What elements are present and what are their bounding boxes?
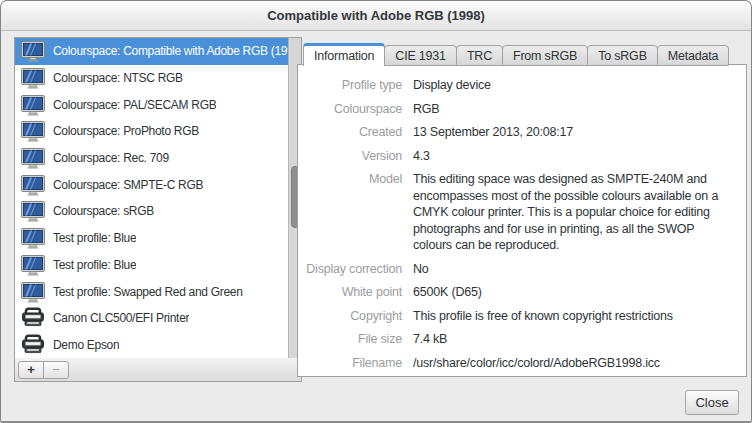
profile-list-item[interactable]: Colourspace: PAL/SECAM RGB [15,91,288,118]
profile-list-item-label: Colourspace: Rec. 709 [53,151,169,165]
monitor-icon [20,254,46,276]
info-row: White point 6500K (D65) [298,284,738,301]
info-label: File size [298,331,402,348]
monitor-icon [20,120,46,142]
info-value: 6500K (D65) [413,284,733,301]
tab-bar: Information CIE 1931 TRC From sRGB To sR… [303,43,728,66]
tab-label: To sRGB [598,49,647,63]
profile-list-item-label: Colourspace: PAL/SECAM RGB [53,98,216,112]
profile-list-item-label: Colourspace: ProPhoto RGB [53,124,199,138]
tab-trc[interactable]: TRC [456,45,503,66]
profile-list-item-label: Colourspace: SMPTE-C RGB [53,178,203,192]
info-row: File size 7.4 kB [298,331,738,348]
information-rows: Profile type Display device Colourspace … [298,77,738,371]
profile-viewer-window: Compatible with Adobe RGB (1998) Colours… [0,0,752,423]
info-label: Filename [298,355,402,372]
profile-list-item[interactable]: Colourspace: ProPhoto RGB [15,118,288,145]
info-label: Version [298,148,402,165]
profile-list: Colourspace: Compatible with Adobe RGB (… [14,37,302,359]
profile-list-item[interactable]: Colourspace: Compatible with Adobe RGB (… [15,38,288,65]
info-label: Model [298,171,402,254]
titlebar[interactable]: Compatible with Adobe RGB (1998) [1,1,751,31]
info-value: RGB [413,101,733,118]
info-value: /usr/share/color/icc/colord/AdobeRGB1998… [413,355,733,372]
monitor-icon [20,200,46,222]
window-title: Compatible with Adobe RGB (1998) [1,1,751,31]
list-toolbar: + − [14,358,302,382]
tab-label: Information [314,49,374,63]
info-row: Created 13 September 2013, 20:08:17 [298,124,738,141]
monitor-icon [20,227,46,249]
tab-metadata[interactable]: Metadata [657,45,730,66]
info-value: This editing space was designed as SMPTE… [413,171,733,254]
tab-from-srgb[interactable]: From sRGB [502,45,588,66]
profile-list-item[interactable]: Colourspace: SMPTE-C RGB [15,171,288,198]
profile-list-item[interactable]: Demo Epson [15,332,288,358]
profile-list-item-label: Colourspace: sRGB [53,204,154,218]
profile-list-item-label: Colourspace: Compatible with Adobe RGB (… [53,44,288,58]
profile-list-item[interactable]: Colourspace: sRGB [15,198,288,225]
add-profile-button[interactable]: + [18,361,44,379]
profile-list-item[interactable]: Colourspace: Rec. 709 [15,145,288,172]
monitor-icon [20,174,46,196]
profile-list-item[interactable]: Colourspace: NTSC RGB [15,65,288,92]
info-label: Created [298,124,402,141]
profile-list-item-label: Test profile: Swapped Red and Green [53,285,243,299]
close-button[interactable]: Close [685,390,739,415]
info-label: White point [298,284,402,301]
remove-profile-button[interactable]: − [43,361,69,379]
tab-label: TRC [467,49,492,63]
info-row: Copyright This profile is free of known … [298,308,738,325]
info-row: Profile type Display device [298,77,738,94]
info-row: Display correction No [298,261,738,278]
tab-information[interactable]: Information [303,43,385,66]
profile-list-item-label: Canon CLC500/EFI Printer [53,311,189,325]
info-label: Copyright [298,308,402,325]
info-value: 4.3 [413,148,733,165]
info-value: Display device [413,77,733,94]
monitor-icon [20,67,46,89]
monitor-icon [20,94,46,116]
info-value: No [413,261,733,278]
printer-icon [20,334,46,356]
profile-list-item[interactable]: Canon CLC500/EFI Printer [15,305,288,332]
profile-list-item-label: Test profile: Blue [53,231,136,245]
info-label: Display correction [298,261,402,278]
monitor-icon [20,40,46,62]
tab-label: From sRGB [513,49,577,63]
profile-list-item[interactable]: Test profile: Blue [15,252,288,279]
info-label: Profile type [298,77,402,94]
info-row: Version 4.3 [298,148,738,165]
info-row: Model This editing space was designed as… [298,171,738,254]
tab-label: Metadata [668,49,719,63]
info-value: This profile is free of known copyright … [413,308,733,325]
tab-to-srgb[interactable]: To sRGB [587,45,658,66]
profile-list-rows: Colourspace: Compatible with Adobe RGB (… [15,38,288,358]
profile-list-item-label: Test profile: Blue [53,258,136,272]
monitor-icon [20,147,46,169]
info-value: 7.4 kB [413,331,733,348]
tab-cie-1931[interactable]: CIE 1931 [384,45,457,66]
monitor-icon [20,281,46,303]
tab-label: CIE 1931 [395,49,446,63]
info-row: Filename /usr/share/color/icc/colord/Ado… [298,355,738,372]
profile-list-item[interactable]: Test profile: Blue [15,225,288,252]
profile-list-item-label: Demo Epson [53,338,119,352]
info-label: Colourspace [298,101,402,118]
profile-list-item[interactable]: Test profile: Swapped Red and Green [15,278,288,305]
printer-icon [20,307,46,329]
profile-list-item-label: Colourspace: NTSC RGB [53,71,183,85]
information-panel: Profile type Display device Colourspace … [297,64,747,377]
info-value: 13 September 2013, 20:08:17 [413,124,733,141]
info-row: Colourspace RGB [298,101,738,118]
